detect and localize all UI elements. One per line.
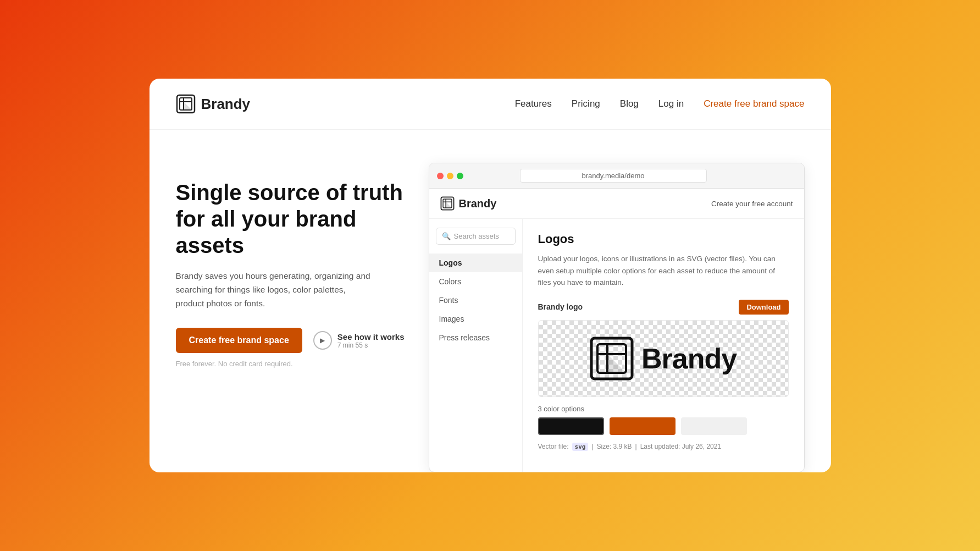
- video-label: See how it works: [337, 332, 405, 341]
- nav-blog[interactable]: Blog: [620, 98, 639, 109]
- dot-green: [457, 173, 463, 179]
- play-icon: ▶: [313, 331, 332, 350]
- nav-features[interactable]: Features: [515, 98, 552, 109]
- nav-pricing[interactable]: Pricing: [572, 98, 600, 109]
- hero-cta-button[interactable]: Create free brand space: [176, 328, 302, 353]
- hero-footnote: Free forever. No credit card required.: [176, 360, 407, 368]
- file-type-badge: svg: [572, 443, 589, 451]
- hero-description: Brandy saves you hours generating, organ…: [176, 269, 374, 310]
- dot-yellow: [447, 173, 453, 179]
- browser-dots: [437, 173, 463, 179]
- asset-label: Brandy logo: [538, 302, 583, 311]
- sidebar-item-press[interactable]: Press releases: [429, 328, 522, 347]
- sidebar-item-images[interactable]: Images: [429, 310, 522, 328]
- sidebar: 🔍 Search assets Logos Colors Fonts Image…: [429, 219, 523, 472]
- hero-section: Single source of truth for all your bran…: [150, 130, 831, 472]
- color-options-label: 3 color options: [538, 405, 789, 413]
- file-size: Size: 3.9 kB: [597, 443, 632, 450]
- browser-bar: brandy.media/demo: [429, 163, 804, 189]
- app-logo: Brandy: [440, 196, 497, 211]
- swatch-light[interactable]: [681, 417, 747, 435]
- nav-login[interactable]: Log in: [658, 98, 684, 109]
- nav-cta[interactable]: Create free brand space: [704, 98, 804, 109]
- app-body: 🔍 Search assets Logos Colors Fonts Image…: [429, 219, 804, 472]
- swatch-orange[interactable]: [610, 417, 676, 435]
- browser-mockup: brandy.media/demo Brandy Create your fre…: [429, 163, 805, 472]
- file-separator: |: [591, 443, 593, 450]
- sidebar-item-logos[interactable]: Logos: [429, 254, 522, 272]
- logo-icon: [176, 94, 196, 114]
- swatch-black[interactable]: [538, 417, 604, 435]
- svg-marker-9: [446, 202, 452, 208]
- video-duration: 7 min 55 s: [337, 341, 405, 349]
- main-card: Brandy Features Pricing Blog Log in Crea…: [150, 79, 831, 472]
- logo-wordmark: Brandy: [641, 342, 737, 375]
- search-box[interactable]: 🔍 Search assets: [436, 228, 516, 245]
- brandy-logo-icon: [590, 337, 634, 381]
- logo[interactable]: Brandy: [176, 94, 251, 114]
- file-info: Vector file: svg | Size: 3.9 kB | Last u…: [538, 443, 789, 451]
- main-content: Logos Upload your logos, icons or illust…: [523, 219, 804, 472]
- nav-links: Features Pricing Blog Log in Create free…: [515, 98, 805, 109]
- hero-left: Single source of truth for all your bran…: [176, 163, 407, 368]
- app-header: Brandy Create your free account: [429, 189, 804, 219]
- search-icon: 🔍: [442, 232, 451, 240]
- browser-url: brandy.media/demo: [520, 169, 707, 183]
- color-swatches: [538, 417, 789, 435]
- sidebar-item-colors[interactable]: Colors: [429, 272, 522, 291]
- file-type-label: Vector file:: [538, 443, 569, 450]
- logo-text: Brandy: [201, 96, 251, 113]
- file-separator2: |: [635, 443, 637, 450]
- hero-title: Single source of truth for all your bran…: [176, 179, 407, 258]
- app-logo-text: Brandy: [459, 197, 497, 210]
- file-updated: Last updated: July 26, 2021: [640, 443, 721, 450]
- asset-label-row: Brandy logo Download: [538, 300, 789, 315]
- video-text: See how it works 7 min 55 s: [337, 332, 405, 349]
- hero-video-button[interactable]: ▶ See how it works 7 min 55 s: [313, 331, 405, 350]
- navbar: Brandy Features Pricing Blog Log in Crea…: [150, 79, 831, 130]
- svg-marker-14: [607, 354, 626, 373]
- logo-preview: Brandy: [538, 320, 789, 397]
- search-placeholder: Search assets: [454, 232, 499, 240]
- section-title: Logos: [538, 232, 789, 246]
- app-account-cta[interactable]: Create your free account: [711, 200, 793, 208]
- logo-preview-inner: Brandy: [590, 337, 737, 381]
- hero-actions: Create free brand space ▶ See how it wor…: [176, 328, 407, 353]
- sidebar-item-fonts[interactable]: Fonts: [429, 291, 522, 310]
- app-logo-icon: [440, 196, 455, 211]
- dot-red: [437, 173, 444, 179]
- svg-marker-4: [184, 102, 192, 110]
- section-desc: Upload your logos, icons or illustration…: [538, 253, 789, 289]
- download-button[interactable]: Download: [739, 300, 788, 315]
